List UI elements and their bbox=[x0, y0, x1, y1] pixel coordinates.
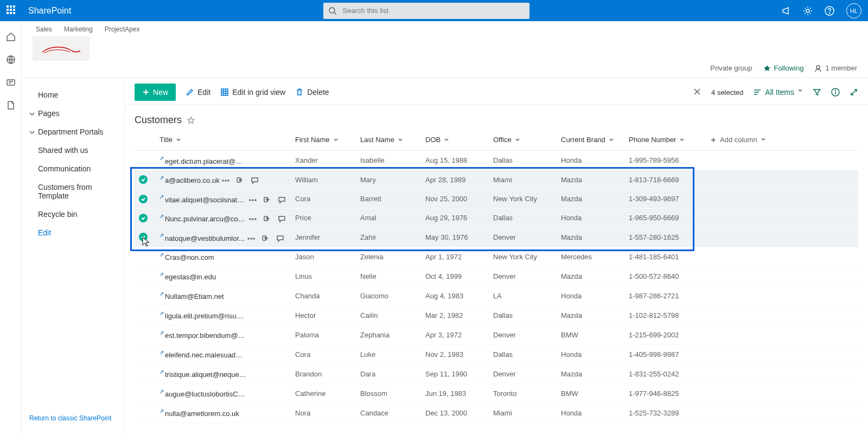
favorite-star-icon[interactable] bbox=[187, 117, 195, 124]
title-cell[interactable]: egestas@in.edu bbox=[165, 273, 216, 281]
col-title[interactable]: Title bbox=[155, 129, 291, 151]
nav-edit[interactable]: Edit bbox=[22, 223, 124, 242]
row-checkbox[interactable] bbox=[139, 291, 148, 299]
edit-button[interactable]: Edit bbox=[186, 88, 210, 97]
title-cell[interactable]: Nullam@Etiam.net bbox=[165, 292, 224, 300]
table-row[interactable]: ⇗ligula.elit.pretium@risus.ca HectorCail… bbox=[135, 305, 858, 325]
clear-selection-button[interactable] bbox=[693, 87, 701, 98]
row-checkbox[interactable] bbox=[139, 271, 148, 280]
expand-icon[interactable] bbox=[850, 88, 858, 97]
title-cell[interactable]: a@aclibero.co.uk bbox=[165, 176, 220, 184]
row-checkbox[interactable] bbox=[139, 369, 148, 378]
last-name-cell: Zephania bbox=[356, 325, 421, 344]
tab-projectapex[interactable]: ProjectApex bbox=[105, 25, 140, 33]
view-selector[interactable]: All Items bbox=[753, 88, 803, 97]
office-cell: LA bbox=[489, 286, 557, 305]
title-cell[interactable]: est.tempor.bibendum@neccursusa.com bbox=[165, 331, 246, 340]
globe-icon[interactable] bbox=[6, 55, 16, 65]
nav-recycle-bin[interactable]: Recycle bin bbox=[22, 205, 124, 223]
nav-home[interactable]: Home bbox=[22, 86, 124, 104]
col-current-brand[interactable]: Current Brand bbox=[557, 129, 624, 151]
col-phone-number[interactable]: Phone Number bbox=[624, 129, 706, 151]
edit-grid-button[interactable]: Edit in grid view bbox=[220, 88, 285, 97]
share-icon[interactable] bbox=[261, 234, 270, 242]
app-launcher-icon[interactable] bbox=[7, 5, 17, 16]
title-cell[interactable]: tristique.aliquet@neque.co.uk bbox=[165, 370, 246, 379]
comment-icon[interactable] bbox=[278, 196, 286, 204]
row-checkbox[interactable] bbox=[139, 310, 148, 319]
share-icon[interactable] bbox=[236, 176, 244, 184]
more-icon[interactable] bbox=[248, 215, 257, 223]
nav-shared-with-us[interactable]: Shared with us bbox=[22, 141, 124, 159]
share-icon[interactable] bbox=[263, 196, 271, 204]
title-cell[interactable]: augue@luctuslobortisClass.co.uk bbox=[165, 390, 246, 398]
comment-icon[interactable] bbox=[251, 176, 259, 184]
nav-communication[interactable]: Communication bbox=[22, 159, 124, 178]
news-icon[interactable] bbox=[6, 78, 16, 87]
row-checkbox[interactable] bbox=[139, 252, 148, 260]
help-icon[interactable] bbox=[825, 6, 834, 16]
file-icon[interactable] bbox=[6, 100, 16, 110]
share-icon[interactable] bbox=[263, 215, 271, 223]
table-row[interactable]: ⇗augue@luctuslobortisClass.co.uk Catheri… bbox=[135, 383, 858, 403]
megaphone-icon[interactable] bbox=[781, 6, 791, 16]
title-cell[interactable]: eleifend.nec.malesuada@atrisus.ca bbox=[165, 351, 246, 359]
title-cell[interactable]: Cras@non.com bbox=[165, 253, 214, 261]
table-row[interactable]: ⇗egestas@in.edu LinusNelleOct 4, 1999Den… bbox=[135, 266, 858, 286]
table-row[interactable]: ⇗natoque@vestibulumlor... JenniferZahirM… bbox=[135, 228, 858, 247]
table-row[interactable]: ⇗vitae.aliquet@sociisnato... CoraBarrett… bbox=[135, 189, 858, 208]
title-cell[interactable]: nulla@ametlorem.co.uk bbox=[165, 410, 239, 418]
row-checkbox[interactable] bbox=[139, 408, 148, 417]
avatar[interactable]: HL bbox=[846, 3, 861, 18]
table-row[interactable]: ⇗eleifend.nec.malesuada@atrisus.ca CoraL… bbox=[135, 344, 858, 364]
row-checkbox[interactable] bbox=[139, 214, 148, 222]
tab-sales[interactable]: Sales bbox=[36, 25, 52, 33]
row-checkbox[interactable] bbox=[139, 388, 148, 397]
title-cell[interactable]: eget.dictum.placerat@mattis.ca bbox=[165, 157, 246, 165]
col-first-name[interactable]: First Name bbox=[291, 129, 356, 151]
search-input[interactable] bbox=[342, 6, 524, 15]
filter-icon[interactable] bbox=[813, 88, 821, 97]
col-last-name[interactable]: Last Name bbox=[356, 129, 421, 151]
title-cell[interactable]: ligula.elit.pretium@risus.ca bbox=[165, 312, 246, 320]
delete-button[interactable]: Delete bbox=[295, 88, 329, 97]
table-row[interactable]: ⇗Cras@non.com JasonZeleniaApr 1, 1972New… bbox=[135, 247, 858, 266]
info-icon[interactable] bbox=[831, 88, 840, 97]
row-checkbox[interactable] bbox=[139, 195, 148, 203]
title-cell[interactable]: Nunc.pulvinar.arcu@con... bbox=[165, 215, 246, 223]
col-office[interactable]: Office bbox=[489, 129, 557, 151]
table-row[interactable]: ⇗eget.dictum.placerat@mattis.ca XanderIs… bbox=[135, 151, 858, 170]
row-checkbox[interactable] bbox=[139, 233, 148, 241]
more-icon[interactable] bbox=[221, 176, 229, 184]
table-row[interactable]: ⇗Nullam@Etiam.net ChandaGiacomoAug 4, 19… bbox=[135, 286, 858, 305]
add-column-button[interactable]: Add column bbox=[706, 129, 858, 151]
comment-icon[interactable] bbox=[276, 234, 284, 242]
table-row[interactable]: ⇗a@aclibero.co.uk WilliamMaryApr 28, 198… bbox=[135, 170, 858, 189]
home-icon[interactable] bbox=[6, 32, 16, 42]
search-box[interactable] bbox=[323, 3, 529, 19]
tab-marketing[interactable]: Marketing bbox=[64, 25, 93, 33]
new-button[interactable]: New bbox=[135, 84, 176, 101]
table-row[interactable]: ⇗nulla@ametlorem.co.uk NoraCandaceDec 13… bbox=[135, 403, 858, 423]
title-cell[interactable]: vitae.aliquet@sociisnato... bbox=[165, 196, 246, 204]
col-dob[interactable]: DOB bbox=[421, 129, 489, 151]
more-icon[interactable] bbox=[247, 234, 255, 242]
row-checkbox[interactable] bbox=[139, 175, 148, 184]
gear-icon[interactable] bbox=[803, 6, 813, 16]
more-icon[interactable] bbox=[248, 196, 257, 204]
comment-icon[interactable] bbox=[278, 215, 286, 223]
nav-customers-from-template[interactable]: Customers from Template bbox=[22, 178, 124, 205]
table-row[interactable]: ⇗est.tempor.bibendum@neccursusa.com Palo… bbox=[135, 325, 858, 344]
table-row[interactable]: ⇗Nunc.pulvinar.arcu@con... PriceAmalAug … bbox=[135, 208, 858, 227]
nav-department-portals[interactable]: Department Portals bbox=[22, 123, 124, 141]
site-logo[interactable] bbox=[33, 36, 90, 61]
row-checkbox[interactable] bbox=[139, 349, 148, 358]
row-checkbox[interactable] bbox=[139, 155, 148, 164]
follow-button[interactable]: Following bbox=[763, 64, 804, 72]
row-checkbox[interactable] bbox=[139, 330, 148, 338]
members-button[interactable]: 1 member bbox=[814, 64, 857, 72]
table-row[interactable]: ⇗tristique.aliquet@neque.co.uk BrandonDa… bbox=[135, 364, 858, 383]
nav-pages[interactable]: Pages bbox=[22, 104, 124, 123]
title-cell[interactable]: natoque@vestibulumlor... bbox=[165, 234, 245, 242]
return-classic-link[interactable]: Return to classic SharePoint bbox=[22, 409, 124, 427]
